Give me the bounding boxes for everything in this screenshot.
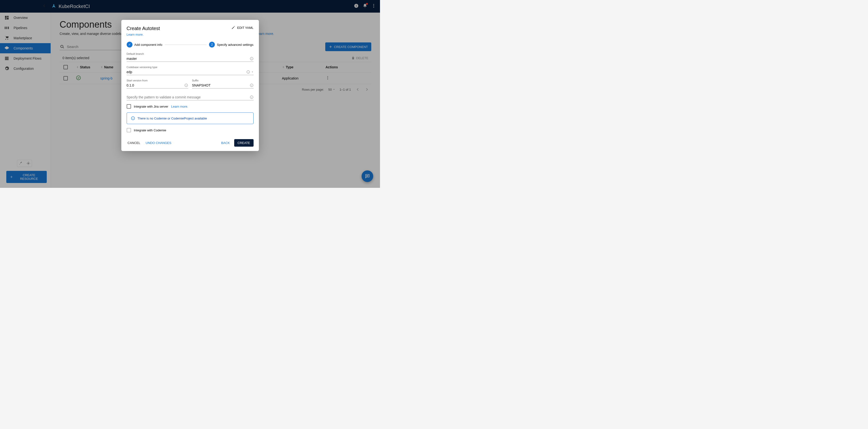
back-button[interactable]: BACK: [220, 139, 230, 147]
cancel-button[interactable]: CANCEL: [127, 139, 142, 147]
codemie-alert: There is no Codemie or CodemieProject av…: [127, 112, 254, 124]
codemie-checkbox[interactable]: [127, 128, 131, 132]
default-branch-label: Default branch: [127, 52, 254, 55]
info-icon[interactable]: [250, 95, 254, 99]
info-icon[interactable]: [246, 70, 250, 74]
create-autotest-modal: Create Autotest EDIT YAML Learn more. ✓A…: [121, 20, 259, 151]
undo-changes-button[interactable]: UNDO CHANGES: [145, 139, 172, 147]
chevron-down-icon[interactable]: [251, 71, 254, 73]
step-2[interactable]: 2Specify advanced settings: [209, 42, 253, 48]
jira-label: Integrate with Jira server: [134, 105, 168, 108]
jira-learn-more-link[interactable]: Learn more.: [171, 105, 188, 108]
jira-checkbox[interactable]: [127, 104, 131, 109]
edit-yaml-button[interactable]: EDIT YAML: [231, 26, 253, 30]
step-1[interactable]: ✓Add component info: [127, 42, 162, 48]
info-icon[interactable]: [250, 83, 254, 87]
modal-title: Create Autotest: [127, 26, 160, 31]
suffix-label: Suffix: [192, 79, 254, 82]
step-number: 2: [209, 42, 215, 48]
info-icon[interactable]: [250, 57, 254, 61]
versioning-type-label: Codebase versioning type: [127, 66, 254, 68]
codemie-label: Integrate with Codemie: [134, 128, 166, 132]
suffix-input[interactable]: [192, 83, 250, 87]
versioning-type-select[interactable]: [127, 70, 246, 74]
info-icon[interactable]: [184, 83, 188, 87]
check-icon: ✓: [127, 42, 132, 48]
alert-text: There is no Codemie or CodemieProject av…: [137, 117, 207, 120]
info-icon: [131, 116, 135, 120]
pencil-icon: [231, 26, 235, 30]
commit-pattern-input[interactable]: [127, 95, 250, 99]
step-connector: [165, 45, 207, 45]
modal-learn-more-link[interactable]: Learn more.: [127, 33, 144, 36]
start-version-label: Start version from: [127, 79, 188, 82]
create-button[interactable]: CREATE: [234, 139, 254, 147]
default-branch-input[interactable]: [127, 57, 250, 61]
start-version-input[interactable]: [127, 83, 184, 87]
